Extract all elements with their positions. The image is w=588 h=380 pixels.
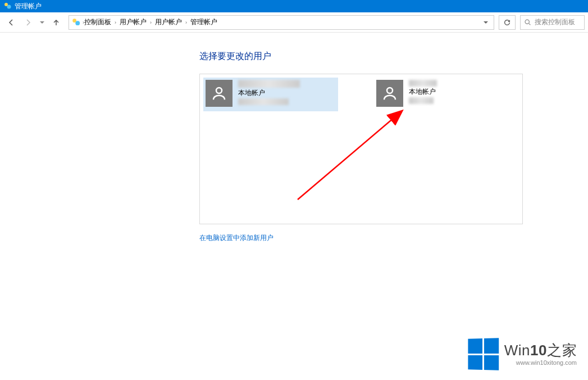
back-button[interactable] xyxy=(3,15,19,30)
user-avatar-icon xyxy=(206,80,233,107)
account-extra: ████████ xyxy=(238,98,289,105)
account-type: 本地帐户 xyxy=(238,88,300,98)
svg-point-1 xyxy=(7,5,11,9)
search-placeholder: 搜索控制面板 xyxy=(535,17,575,27)
watermark-url: www.win10xitong.com xyxy=(504,360,577,366)
account-item-selected[interactable]: ████████ 本地帐户 ████████ xyxy=(203,78,338,111)
address-bar[interactable]: › 控制面板› 用户帐户› 用户帐户› 管理帐户 xyxy=(69,15,494,30)
up-button[interactable] xyxy=(48,15,64,30)
account-extra: ████ xyxy=(409,97,434,104)
accounts-panel: ████████ 本地帐户 ████████ ████ 本地帐户 ████ xyxy=(199,74,523,224)
windows-logo-icon xyxy=(468,338,499,370)
breadcrumb-item[interactable]: 管理帐户 xyxy=(190,17,217,27)
watermark-title: Win10之家 xyxy=(504,343,577,358)
svg-point-6 xyxy=(387,88,393,93)
chevron-right-icon: › xyxy=(150,20,152,25)
recent-locations-dropdown[interactable] xyxy=(37,15,47,30)
refresh-button[interactable] xyxy=(499,15,516,30)
breadcrumb-item[interactable]: 用户帐户› xyxy=(120,17,152,27)
add-user-link[interactable]: 在电脑设置中添加新用户 xyxy=(199,233,588,243)
forward-button[interactable] xyxy=(20,15,36,30)
account-name: ████ xyxy=(409,80,437,87)
search-icon xyxy=(524,19,531,26)
svg-point-3 xyxy=(75,21,80,25)
breadcrumb-item[interactable]: 控制面板› xyxy=(84,17,116,27)
account-type: 本地帐户 xyxy=(409,87,437,97)
svg-point-5 xyxy=(216,88,222,93)
content-area: 选择要更改的用户 ████████ 本地帐户 ████████ ████ 本地帐… xyxy=(0,33,588,243)
watermark: Win10之家 www.win10xitong.com xyxy=(467,338,577,370)
app-icon xyxy=(3,2,12,11)
window-title: 管理帐户 xyxy=(15,2,42,11)
breadcrumb: 控制面板› 用户帐户› 用户帐户› 管理帐户 xyxy=(84,17,480,27)
account-name: ████████ xyxy=(238,80,300,88)
window-titlebar: 管理帐户 xyxy=(0,0,588,12)
breadcrumb-item[interactable]: 用户帐户› xyxy=(155,17,187,27)
toolbar: › 控制面板› 用户帐户› 用户帐户› 管理帐户 搜索控制面板 xyxy=(0,12,588,33)
chevron-right-icon: › xyxy=(115,20,116,25)
page-heading: 选择要更改的用户 xyxy=(199,51,588,62)
search-box[interactable]: 搜索控制面板 xyxy=(520,15,585,30)
chevron-right-icon: › xyxy=(185,20,187,25)
address-dropdown[interactable] xyxy=(480,20,491,25)
control-panel-icon xyxy=(71,17,81,28)
account-item[interactable]: ████ 本地帐户 ████ xyxy=(374,78,486,111)
user-avatar-icon xyxy=(376,80,403,107)
svg-point-4 xyxy=(525,20,529,24)
